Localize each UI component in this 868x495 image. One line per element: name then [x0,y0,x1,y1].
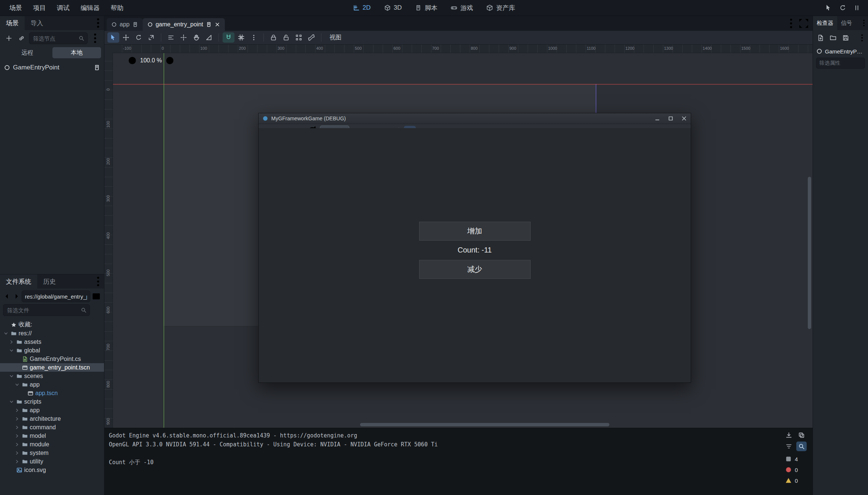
rotate-icon[interactable] [837,2,849,13]
sort-files-icon[interactable] [91,305,101,316]
chevron-right-icon[interactable] [14,416,20,422]
select-icon[interactable] [823,2,835,13]
horizontal-scrollbar[interactable] [360,423,609,426]
remote-button[interactable]: 远程 [3,47,52,58]
fs-item-scripts[interactable]: scripts [0,397,104,406]
tool-move-button[interactable] [120,32,132,43]
workspace-2D-button[interactable]: 2D [348,2,376,13]
tool-pivot-button[interactable] [178,32,190,43]
attached-script-icon[interactable] [94,64,100,71]
load-icon[interactable] [827,32,839,43]
tab-list-menu-icon[interactable] [785,18,797,29]
fs-item-app[interactable]: app [0,380,104,389]
fs-item-GameEntryPoint.cs[interactable]: GameEntryPoint.cs [0,355,104,363]
file-filter-input[interactable] [6,307,78,314]
editor-tab-app[interactable]: app [107,18,143,31]
file-filter-field[interactable] [3,304,90,316]
fs-item-game_entry_point.tscn[interactable]: game_entry_point.tscn [0,363,104,372]
menu-editor[interactable]: 编辑器 [75,0,105,16]
fs-item-architecture[interactable]: architecture [0,414,104,423]
tool-magnet-button[interactable] [223,32,234,43]
center-view-icon[interactable] [116,55,125,66]
warning-filter-badge[interactable]: 0 [785,477,798,484]
fs-item-app[interactable]: app [0,406,104,414]
scene-dock-menu-icon[interactable] [92,17,104,29]
message-filter-badge[interactable]: 4 [785,456,798,462]
tool-ruler-button[interactable] [203,32,215,43]
view-menu-button[interactable]: 视图 [325,34,346,42]
scene-filter-input[interactable] [32,35,76,42]
fs-item-assets[interactable]: assets [0,338,104,346]
newdoc-icon[interactable] [814,32,826,43]
list-icon[interactable] [784,442,794,451]
inspector-filter-input[interactable]: 筛选属性 [816,58,865,69]
tool-bone-button[interactable] [305,32,317,43]
close-icon[interactable] [677,113,691,124]
menu-debug[interactable]: 调试 [51,0,75,16]
save-icon[interactable] [840,32,852,43]
link-icon[interactable] [16,33,27,44]
tool-group-button[interactable] [293,32,305,43]
editor-tab-game_entry_point[interactable]: game_entry_point [143,18,225,31]
error-filter-badge[interactable]: 0 [785,466,798,473]
tool-list-select-button[interactable] [165,32,177,43]
fs-item-icon.svg[interactable]: icon.svg [0,466,104,474]
chevron-down-icon[interactable] [9,399,14,405]
menu-project[interactable]: 项目 [27,0,51,16]
plus-icon[interactable] [3,33,15,44]
local-button[interactable]: 本地 [52,47,101,58]
workspace-游戏-button[interactable]: 游戏 [446,2,478,13]
inspector-options-icon[interactable] [858,32,867,43]
viewport-canvas[interactable]: 100.0 % MyGFrameworkGame (DEBUG) 1.0x [113,53,813,428]
inspector-menu-icon[interactable] [860,17,868,29]
chevron-down-icon[interactable] [14,382,20,388]
scene-tree-options-icon[interactable] [89,33,101,44]
chevron-right-icon[interactable] [14,407,20,413]
minimize-icon[interactable] [651,113,664,124]
tool-pan-button[interactable] [190,32,202,43]
zoom-out-icon[interactable] [127,55,137,66]
tool-select-button[interactable] [107,32,119,43]
nav-forward-icon[interactable] [12,291,20,302]
workspace-脚本-button[interactable]: 脚本 [410,2,443,13]
increase-button[interactable]: 增加 [419,222,531,241]
menu-help[interactable]: 帮助 [105,0,129,16]
chevron-right-icon[interactable] [14,424,20,430]
zoom-in-icon[interactable] [165,55,175,66]
search-icon[interactable] [796,442,807,451]
fs-item-model[interactable]: model [0,432,104,440]
zoom-level-label[interactable]: 100.0 % [139,57,163,64]
path-input[interactable] [22,290,90,302]
fs-item-utility[interactable]: utility [0,457,104,466]
decrease-button[interactable]: 减少 [419,260,531,279]
fs-item-global[interactable]: global [0,346,104,355]
tab-信号[interactable]: 信号 [837,16,856,30]
vertical-scrollbar[interactable] [808,177,811,329]
fs-item-system[interactable]: system [0,449,104,457]
chevron-right-icon[interactable] [14,433,20,439]
workspace-资产库-button[interactable]: 资产库 [481,2,520,13]
nav-back-icon[interactable] [3,291,11,302]
fs-item-app.tscn[interactable]: app.tscn [0,389,104,397]
pause-icon[interactable] [851,2,863,13]
fs-item-module[interactable]: module [0,440,104,449]
download-icon[interactable] [784,430,794,440]
chevron-right-icon[interactable] [9,339,14,345]
tool-kebab-button[interactable] [248,32,260,43]
split-view-icon[interactable] [91,291,101,302]
tool-lock-button[interactable] [268,32,279,43]
chevron-right-icon[interactable] [14,459,20,465]
tab-文件系统[interactable]: 文件系统 [0,274,37,289]
tool-grid-snap-button[interactable] [235,32,247,43]
fs-item-scenes[interactable]: scenes [0,372,104,380]
game-window-titlebar[interactable]: MyGFrameworkGame (DEBUG) [259,113,691,124]
tab-检查器[interactable]: 检查器 [813,16,837,30]
fs-item-收藏:[interactable]: 收藏: [0,320,104,329]
chevron-down-icon[interactable] [3,330,9,336]
fs-item-command[interactable]: command [0,423,104,432]
tool-unlock-button[interactable] [280,32,292,43]
filesystem-dock-menu-icon[interactable] [92,276,104,287]
distraction-free-icon[interactable] [798,18,810,29]
menu-scene[interactable]: 场景 [4,0,27,16]
copy-icon[interactable] [796,430,807,440]
